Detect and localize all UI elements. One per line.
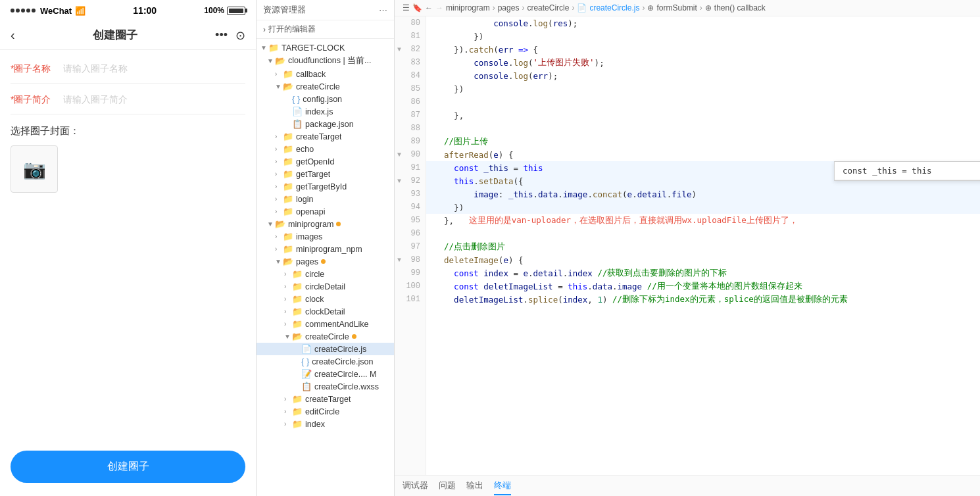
tree-item-echo[interactable]: › 📁 echo (257, 143, 394, 155)
cover-upload-button[interactable]: 📷 (11, 145, 58, 193)
line-num-97: 97 (395, 240, 426, 253)
line-num-90: ▼90 (395, 148, 426, 161)
breadcrumb-icon-callback: ⊕ (705, 3, 712, 12)
tree-item-miniprogram[interactable]: ▼ 📂 miniprogram (257, 218, 394, 230)
filetree-menu-icon[interactable]: ⋯ (379, 5, 387, 15)
circle-name-input[interactable]: 请输入圈子名称 (63, 63, 245, 75)
cal-arrow-icon: › (284, 320, 292, 328)
breadcrumb-item-formsubmit[interactable]: formSubmit (656, 3, 697, 12)
code-line-86 (426, 95, 980, 109)
line-num-98: ▼98 (395, 253, 426, 266)
mp-label: miniprogram (288, 220, 333, 229)
pages-label: pages (296, 257, 318, 266)
more-icon[interactable]: ••• (215, 28, 228, 42)
tree-item-clock[interactable]: › 📁 clock (257, 293, 394, 305)
tree-item-gettarget[interactable]: › 📁 getTarget (257, 168, 394, 180)
breadcrumb-item-callback[interactable]: then() callback (714, 3, 766, 12)
tree-item-commentandlike[interactable]: › 📁 commentAndLike (257, 318, 394, 330)
tab-output[interactable]: 输出 (466, 477, 483, 495)
circle-desc-input[interactable]: 请输入圈子简介 (63, 94, 245, 106)
circle-arrow-icon: › (284, 270, 292, 278)
tree-root-item[interactable]: ▼ 📁 TARGET-CLOCK (257, 41, 394, 54)
tab-problems[interactable]: 问题 (439, 477, 456, 495)
editor-breadcrumb: ☰ 🔖 ← → miniprogram › pages › createCirc… (395, 0, 980, 16)
tree-item-login[interactable]: › 📁 login (257, 193, 394, 205)
code-lines[interactable]: console.log(res); }) }).catch(err => { c… (426, 16, 980, 475)
breadcrumb-item-pages[interactable]: pages (498, 3, 520, 12)
create-circle-button[interactable]: 创建圈子 (11, 451, 245, 483)
ec-arrow-icon: › (284, 408, 292, 415)
ccp-arrow-icon: ▼ (284, 333, 292, 340)
root-label: TARGET-CLOCK (282, 43, 345, 53)
mpnpm-label: miniprogram_npm (296, 245, 362, 254)
code-line-95: }, 这里用的是van-uploader，在选取图片后，直接就调用wx.uplo… (426, 214, 980, 227)
phone-nav-bar: ‹ 创建圈子 ••• ⊙ (0, 21, 256, 50)
circle-label: circle (305, 270, 324, 279)
pages-arrow-icon: ▼ (275, 258, 283, 265)
code-line-81: }) (426, 30, 980, 43)
wechat-label: WeChat (40, 6, 72, 16)
tree-item-pages[interactable]: ▼ 📂 pages (257, 255, 394, 268)
breadcrumb-item-miniprogram[interactable]: miniprogram (446, 3, 490, 12)
code-line-80: console.log(res); (426, 16, 980, 30)
tree-item-createcircle-cloud[interactable]: ▼ 📂 createCircle (257, 80, 394, 93)
tree-item-index-js[interactable]: 📄 index.js (257, 105, 394, 118)
gtbi-folder-icon: 📁 (283, 182, 293, 191)
login-arrow-icon: › (275, 195, 283, 203)
breadcrumb-icon-js: 📄 (577, 3, 587, 12)
circle-desc-field: *圈子简介 请输入圈子简介 (11, 94, 245, 114)
phone-status-bar: WeChat 📶 11:00 100% (0, 0, 256, 21)
tree-item-circledetail[interactable]: › 📁 circleDetail (257, 280, 394, 293)
tree-item-callback[interactable]: › 📁 callback (257, 68, 394, 80)
tree-item-createcirclejson[interactable]: { } createCircle.json (257, 355, 394, 368)
tree-item-cloudfunctions[interactable]: ▼ 📂 cloudfunctions | 当前... (257, 54, 394, 68)
code-line-96 (426, 227, 980, 240)
tree-item-clockdetail[interactable]: › 📁 clockDetail (257, 305, 394, 318)
cover-label: 选择圈子封面： (11, 125, 245, 137)
tree-item-index-pages[interactable]: › 📁 index (257, 418, 394, 430)
ccp-label: createCircle (305, 332, 349, 341)
back-button[interactable]: ‹ (11, 28, 15, 43)
tree-item-images[interactable]: › 📁 images (257, 230, 394, 243)
tree-item-createtarget[interactable]: › 📁 createTarget (257, 130, 394, 143)
editor-panel: ☰ 🔖 ← → miniprogram › pages › createCirc… (395, 0, 980, 496)
tree-item-openapi[interactable]: › 📁 openapi (257, 205, 394, 218)
line-num-94: 94 (395, 201, 426, 214)
breadcrumb-icon: ☰ (403, 3, 410, 12)
echo-folder-icon: 📁 (283, 144, 293, 154)
ctp-arrow-icon: › (284, 395, 292, 403)
line-num-88: 88 (395, 122, 426, 135)
line-num-95: 95 (395, 214, 426, 227)
target-icon[interactable]: ⊙ (235, 28, 245, 43)
ec-folder-icon: 📁 (292, 407, 303, 416)
tab-terminal[interactable]: 终端 (494, 477, 511, 495)
ip-arrow-icon: › (284, 420, 292, 428)
tree-item-config-json[interactable]: { } config.json (257, 93, 394, 105)
open-editors-section[interactable]: › 打开的编辑器 (257, 20, 394, 39)
nav-back-icon[interactable]: ← (425, 3, 433, 12)
tree-item-createtarget-pages[interactable]: › 📁 createTarget (257, 393, 394, 405)
line-num-87: 87 (395, 109, 426, 122)
tree-item-getopenid[interactable]: › 📁 getOpenId (257, 155, 394, 168)
mp-folder-icon: 📂 (275, 219, 285, 229)
tree-item-createcircle-pages[interactable]: ▼ 📂 createCircle (257, 330, 394, 343)
tree-item-package-json[interactable]: 📋 package.json (257, 118, 394, 130)
ccp-badge (352, 334, 356, 339)
tree-item-createcirclewxss[interactable]: 📋 createCircle.wxss (257, 380, 394, 393)
gt-arrow-icon: › (275, 170, 283, 178)
nav-forward-icon[interactable]: → (435, 3, 443, 12)
cover-section: 选择圈子封面： 📷 (11, 125, 245, 193)
tree-item-circle[interactable]: › 📁 circle (257, 268, 394, 280)
breadcrumb-item-createcircle-dir[interactable]: createCircle (527, 3, 569, 12)
tab-debugger[interactable]: 调试器 (403, 477, 428, 495)
code-line-93: image: _this.data.image.concat(e.detail.… (426, 187, 980, 201)
tree-item-editcircle[interactable]: › 📁 editCircle (257, 405, 394, 418)
ccwxss-label: createCircle.wxss (314, 382, 379, 391)
goid-label: getOpenId (296, 157, 334, 166)
tree-item-gettargetbyid[interactable]: › 📁 getTargetById (257, 180, 394, 193)
tree-item-createcirclewxml[interactable]: 📝 createCircle.... M (257, 368, 394, 380)
tree-item-createcirclejs[interactable]: 📄 createCircle.js (257, 343, 394, 355)
breadcrumb-item-createcirclejs[interactable]: createCircle.js (589, 3, 639, 12)
tree-item-miniprogram-npm[interactable]: › 📁 miniprogram_npm (257, 243, 394, 255)
oa-arrow-icon: › (275, 208, 283, 215)
